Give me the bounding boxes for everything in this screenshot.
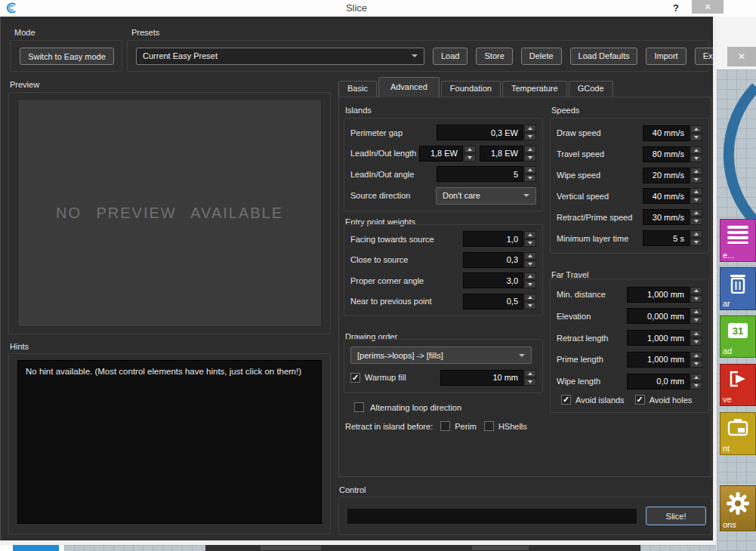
min-distance-spinbox[interactable]: 1,000 mm (627, 287, 702, 303)
leadinout-angle-value[interactable]: 5 (437, 166, 523, 182)
perimeter-gap-spinbox[interactable]: 0,3 EW (437, 125, 536, 140)
slice-button[interactable]: Slice! (646, 506, 706, 525)
sidebar-options-label: ons (723, 520, 736, 529)
spinner-arrows[interactable] (690, 209, 702, 225)
retract-in-island-row: Retract in island before: Perim HShells (345, 421, 527, 431)
wipe-speed-value[interactable]: 20 mm/s (643, 168, 690, 183)
draw-speed-value[interactable]: 40 mm/s (643, 125, 690, 141)
retract-length-value[interactable]: 1,000 mm (627, 330, 690, 346)
retract-prime-speed-spinbox[interactable]: 30 mm/s (643, 209, 702, 225)
leadout-length-value[interactable]: 1,8 EW (480, 146, 523, 162)
spinner-arrows[interactable] (524, 252, 536, 268)
drawing-order-select[interactable]: [perims->loops] -> [fills] (350, 346, 532, 364)
facing-source-spinbox[interactable]: 1,0 (463, 231, 536, 247)
avoid-holes-checkbox[interactable] (635, 395, 645, 405)
spinner-arrows[interactable] (690, 308, 702, 324)
spinner-arrows[interactable] (690, 374, 702, 389)
help-button[interactable]: ? (669, 1, 683, 15)
tab-gcode[interactable]: GCode (569, 81, 613, 97)
min-layer-time-value[interactable]: 5 s (643, 230, 690, 246)
switch-easy-mode-button[interactable]: Switch to Easy mode (20, 48, 114, 65)
preset-select[interactable]: Current Easy Preset (136, 48, 424, 65)
leadin-length-value[interactable]: 1,8 EW (419, 146, 463, 162)
spinner-arrows[interactable] (524, 146, 536, 162)
retract-prime-speed-value[interactable]: 30 mm/s (643, 209, 690, 225)
leadin-length-spinbox[interactable]: 1,8 EW (419, 146, 476, 162)
calendar-31-icon: 31 (727, 322, 748, 340)
spinner-arrows[interactable] (464, 146, 476, 162)
corner-angle-spinbox[interactable]: 3,0 (463, 272, 536, 288)
spinner-arrows[interactable] (690, 352, 702, 368)
spinner-arrows[interactable] (690, 230, 702, 246)
warmup-fill-spinbox[interactable]: 10 mm (440, 370, 536, 386)
wipe-length-spinbox[interactable]: 0,0 mm (627, 374, 702, 389)
wipe-speed-spinbox[interactable]: 20 mm/s (643, 168, 702, 183)
delete-preset-button[interactable]: Delete (521, 48, 562, 65)
spinner-arrows[interactable] (524, 370, 536, 386)
no-preview-text: NO PREVIEW AVAILABLE (56, 205, 283, 222)
spinner-arrows[interactable] (524, 272, 536, 288)
close-button[interactable]: ✕ (692, 0, 724, 14)
retract-length-spinbox[interactable]: 1,000 mm (627, 330, 702, 346)
elevation-spinbox[interactable]: 0,000 mm (627, 308, 702, 324)
spinner-arrows[interactable] (690, 168, 702, 183)
hshells-checkbox[interactable] (484, 421, 494, 431)
avoid-islands-checkbox[interactable] (561, 395, 571, 405)
wipe-length-value[interactable]: 0,0 mm (627, 374, 690, 389)
load-preset-button[interactable]: Load (433, 48, 467, 65)
tab-temperature[interactable]: Temperature (502, 81, 567, 97)
spinner-arrows[interactable] (524, 125, 536, 140)
vertical-speed-spinbox[interactable]: 40 mm/s (643, 188, 702, 204)
prime-length-spinbox[interactable]: 1,000 mm (627, 352, 702, 368)
close-source-value[interactable]: 0,3 (463, 252, 523, 268)
warmup-fill-value[interactable]: 10 mm (440, 370, 523, 386)
sidebar-slice-button[interactable]: e... (720, 219, 756, 262)
spinner-arrows[interactable] (690, 330, 702, 346)
load-defaults-button[interactable]: Load Defaults (570, 48, 638, 65)
leadout-length-spinbox[interactable]: 1,8 EW (480, 146, 536, 162)
tab-foundation[interactable]: Foundation (441, 81, 501, 97)
close-source-spinbox[interactable]: 0,3 (463, 252, 536, 268)
sidebar-print-label: nt (723, 444, 730, 453)
perimeter-gap-value[interactable]: 0,3 EW (437, 125, 523, 140)
spinner-arrows[interactable] (690, 188, 702, 204)
near-previous-value[interactable]: 0,5 (463, 294, 523, 309)
sidebar-clear-button[interactable]: ar (720, 267, 756, 310)
spinner-arrows[interactable] (524, 231, 536, 247)
background-close-button[interactable]: ✕ (727, 47, 756, 66)
store-preset-button[interactable]: Store (476, 48, 512, 65)
tab-basic[interactable]: Basic (338, 81, 377, 97)
sidebar-save-button[interactable]: ve (720, 364, 756, 406)
spinner-arrows[interactable] (690, 287, 702, 303)
vertical-speed-label: Vertical speed (557, 192, 609, 201)
travel-speed-spinbox[interactable]: 80 mm/s (643, 146, 702, 162)
source-direction-select[interactable]: Don't care (436, 187, 536, 205)
sidebar-load-button[interactable]: 31 ad (720, 316, 756, 358)
facing-source-value[interactable]: 1,0 (463, 231, 523, 247)
sidebar-options-button[interactable]: ons (720, 485, 756, 531)
corner-angle-value[interactable]: 3,0 (463, 272, 523, 288)
spinner-arrows[interactable] (690, 125, 702, 141)
dialog-title: Slice (0, 0, 713, 17)
prime-length-value[interactable]: 1,000 mm (627, 352, 690, 368)
travel-speed-value[interactable]: 80 mm/s (643, 146, 690, 162)
tab-advanced[interactable]: Advanced (378, 77, 440, 97)
spinner-arrows[interactable] (524, 166, 536, 182)
min-distance-value[interactable]: 1,000 mm (627, 287, 690, 303)
vertical-speed-value[interactable]: 40 mm/s (643, 188, 690, 204)
spinner-arrows[interactable] (524, 294, 536, 309)
alternating-loop-checkbox[interactable] (354, 402, 364, 412)
screen: Slice ? ✕ Mode Switch to Easy mode Prese… (0, 0, 756, 551)
corner-angle-label: Proper corner angle (350, 276, 424, 285)
leadinout-angle-spinbox[interactable]: 5 (437, 166, 536, 182)
near-previous-spinbox[interactable]: 0,5 (463, 294, 536, 309)
min-layer-time-spinbox[interactable]: 5 s (643, 230, 702, 246)
import-preset-button[interactable]: Import (646, 48, 686, 65)
presets-groupbox: Current Easy Preset Load Store Delete Lo… (127, 40, 709, 72)
sidebar-print-button[interactable]: nt (720, 412, 756, 455)
warmup-fill-checkbox[interactable] (350, 373, 360, 383)
elevation-value[interactable]: 0,000 mm (627, 308, 690, 324)
perim-checkbox[interactable] (440, 421, 450, 431)
spinner-arrows[interactable] (690, 146, 702, 162)
draw-speed-spinbox[interactable]: 40 mm/s (643, 125, 702, 141)
